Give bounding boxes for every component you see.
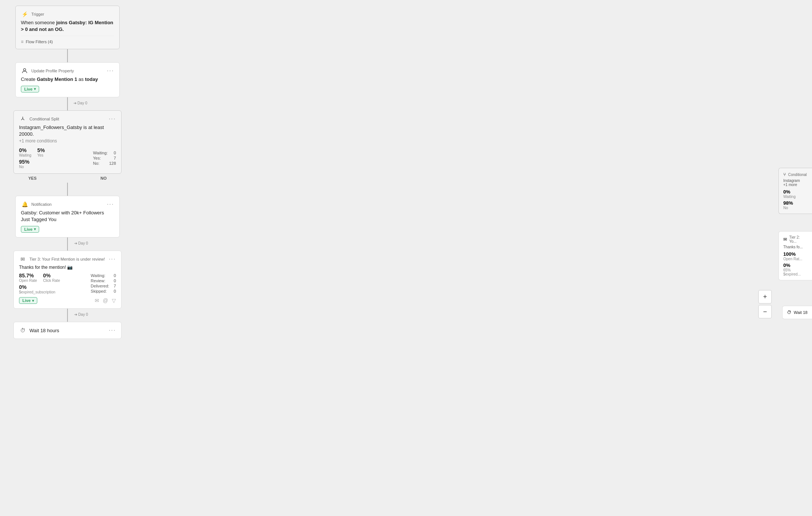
flow-filters[interactable]: ≡ Flow Filters (4): [21, 36, 114, 44]
right-cond-no: 98%: [783, 200, 808, 206]
right-cond-waiting-label: Waiting: [783, 195, 808, 199]
notification-card: 🔔 Notification ··· Gatsby: Customer with…: [15, 196, 120, 237]
email-card: ✉ Tier 3: Your First Mention is under re…: [13, 251, 122, 309]
zoom-out-button[interactable]: −: [758, 305, 772, 318]
connector-5: ➔ Day 0: [67, 309, 68, 322]
connector-3: [67, 183, 68, 196]
yes-label: YES: [28, 176, 37, 180]
update-profile-live-badge[interactable]: Live: [21, 86, 39, 92]
zoom-in-button[interactable]: +: [758, 290, 772, 303]
today-bold: today: [85, 76, 98, 82]
trigger-type-label: Trigger: [31, 12, 44, 16]
wait-menu[interactable]: ···: [109, 327, 116, 334]
notification-title: Gatsby: Customer with 20k+ Followers Jus…: [21, 210, 114, 223]
right-conditional-header: ⑂ Conditional: [783, 172, 808, 177]
email-filter-icon[interactable]: ▽: [112, 298, 116, 303]
notification-row: 🔔 Notification ··· Gatsby: Customer with…: [13, 196, 122, 250]
right-email-type-label: Tier 2: Yo...: [789, 235, 808, 243]
split-condition: Instagram_Followers_Gatsby is at least 2…: [19, 124, 116, 145]
split-icon: [19, 115, 26, 123]
split-type-label: Conditional Split: [29, 117, 59, 121]
day-tag-2: ➔ Day 0: [74, 241, 88, 245]
branch-labels: YES NO: [13, 174, 122, 183]
split-right-stats: Waiting: 0 Yes: 7 No: 128: [93, 147, 116, 169]
split-condition-extra: +1 more conditions: [19, 138, 57, 144]
notification-menu[interactable]: ···: [107, 201, 114, 208]
profile-icon: [21, 67, 28, 75]
right-email-open-label: Open Rat...: [783, 257, 808, 261]
day-tag-3: ➔ Day 0: [74, 312, 88, 317]
canvas: ⚡ Trigger When someone joins Gatsby: IG …: [0, 0, 812, 516]
right-email-header: ✉ Tier 2: Yo...: [783, 235, 808, 243]
update-profile-header: Update Profile Property ···: [21, 67, 114, 75]
notification-header-left: 🔔 Notification: [21, 201, 51, 208]
email-at-icon[interactable]: @: [103, 298, 108, 303]
right-email-card: ✉ Tier 2: Yo... Thanks fo... 100% Open R…: [778, 231, 812, 280]
email-type-label: Tier 3: Your First Mention is under revi…: [29, 257, 105, 261]
svg-point-0: [23, 69, 26, 71]
split-header-left: Conditional Split: [19, 115, 59, 123]
connector-1: [67, 49, 68, 62]
right-wait-icon: ⏱: [787, 310, 791, 315]
update-profile-type-label: Update Profile Property: [31, 69, 74, 73]
update-profile-card: Update Profile Property ··· Create Gatsb…: [15, 62, 120, 97]
trigger-card: ⚡ Trigger When someone joins Gatsby: IG …: [15, 6, 120, 49]
wait-icon: ⏱: [19, 327, 26, 334]
notification-live-badge[interactable]: Live: [21, 226, 39, 233]
wait-row: ⏱ Wait 18 hours ···: [13, 322, 122, 339]
email-send-icon[interactable]: ✉: [95, 298, 99, 303]
trigger-icon: ⚡: [21, 10, 28, 18]
email-expired-stat: 0% $expired_subscription: [19, 284, 60, 294]
update-profile-title: Create Gatsby Mention 1 as today: [21, 76, 114, 83]
update-profile-header-left: Update Profile Property: [21, 67, 74, 75]
connector-4: ➔ Day 0: [67, 237, 68, 251]
right-email-subtitle: Thanks fo...: [783, 245, 808, 249]
split-waiting-stat: 0% Waiting: [19, 147, 31, 157]
email-row: ✉ Tier 3: Your First Mention is under re…: [13, 251, 122, 322]
email-live-badge[interactable]: Live: [19, 297, 37, 304]
right-email-expired-sub: $expired...: [783, 272, 808, 276]
right-conditional-label: Conditional: [788, 173, 807, 177]
right-wait-card: ⏱ Wait 18: [782, 306, 812, 319]
email-open-rate-stat: 85.7% Open Rate: [19, 273, 37, 283]
right-email-65: 65%: [783, 268, 808, 272]
email-icon: ✉: [19, 255, 26, 263]
email-click-rate-stat: 0% Click Rate: [43, 273, 60, 283]
trigger-header: ⚡ Trigger: [21, 10, 114, 18]
split-yes-stat: 5% Yes: [37, 147, 45, 157]
email-menu[interactable]: ···: [109, 256, 116, 262]
right-email-open-rate: 100%: [783, 251, 808, 257]
email-action-icons: ✉ @ ▽: [95, 298, 116, 303]
update-profile-row: Update Profile Property ··· Create Gatsb…: [13, 62, 122, 110]
conditional-split-row: Conditional Split ··· Instagram_Follower…: [13, 110, 122, 196]
right-cond-waiting: 0%: [783, 189, 808, 195]
email-subtitle: Thanks for the mention! 📷: [19, 264, 116, 271]
filter-icon: ≡: [21, 39, 23, 44]
right-conditional-condition: Instagram+1 more: [783, 179, 808, 187]
wait-header-left: ⏱ Wait 18 hours: [19, 327, 59, 334]
split-menu[interactable]: ···: [109, 116, 116, 122]
right-email-expired: 0%: [783, 262, 808, 268]
email-header-left: ✉ Tier 3: Your First Mention is under re…: [19, 255, 105, 263]
flow-filters-label: Flow Filters (4): [26, 40, 53, 44]
notification-header: 🔔 Notification ···: [21, 201, 114, 208]
wait-title: Wait 18 hours: [29, 328, 59, 333]
email-header: ✉ Tier 3: Your First Mention is under re…: [19, 255, 116, 263]
no-label: NO: [101, 176, 107, 180]
flow-wrapper: ⚡ Trigger When someone joins Gatsby: IG …: [13, 6, 122, 339]
trigger-header-left: ⚡ Trigger: [21, 10, 44, 18]
wait-card: ⏱ Wait 18 hours ···: [13, 322, 122, 339]
right-conditional-card: ⑂ Conditional Instagram+1 more 0% Waitin…: [778, 168, 812, 214]
conditional-split-card: Conditional Split ··· Instagram_Follower…: [13, 110, 122, 174]
wait-header: ⏱ Wait 18 hours ···: [19, 327, 116, 334]
split-no-stat: 95% No: [19, 159, 45, 169]
day-tag-1: ➔ Day 0: [73, 101, 87, 105]
gatsby-mention-bold: Gatsby Mention 1: [37, 76, 77, 82]
update-profile-menu[interactable]: ···: [107, 67, 114, 74]
trigger-description: When someone joins Gatsby: IG Mention > …: [21, 19, 114, 33]
right-email-icon: ✉: [783, 237, 787, 242]
connector-2: ➔ Day 0: [67, 97, 68, 110]
right-wait-title: Wait 18: [794, 310, 808, 315]
trigger-node-row: ⚡ Trigger When someone joins Gatsby: IG …: [13, 6, 122, 62]
email-right-stats: Waiting: 0 Review: 0 Delivered: 7 Skip: [91, 273, 116, 294]
